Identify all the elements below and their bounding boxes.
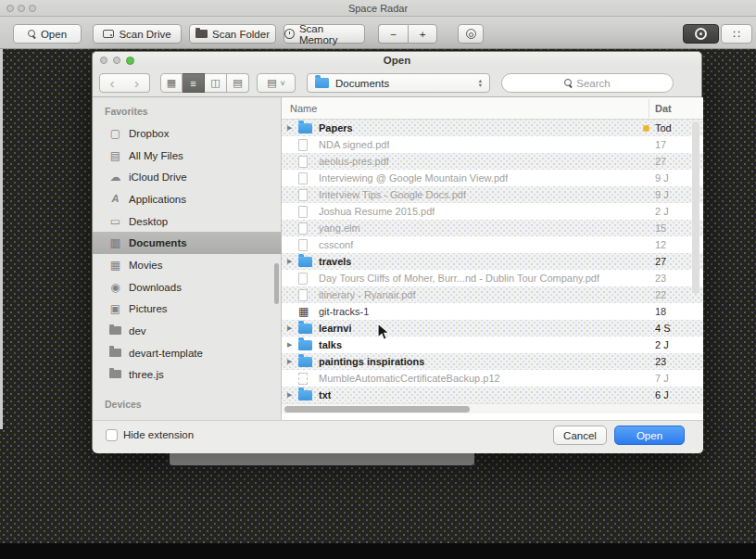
sidebar-item-applications[interactable]: A Applications	[93, 188, 282, 210]
sidebar-item-label: Movies	[129, 260, 162, 271]
scan-folder-button[interactable]: Scan Folder	[189, 24, 276, 44]
column-header-date[interactable]: Dat	[655, 103, 672, 114]
locate-button[interactable]	[458, 24, 484, 44]
sidebar-scrollbar[interactable]	[274, 263, 279, 304]
forward-button[interactable]: ›	[124, 73, 150, 93]
list-view-icon: ≡	[190, 78, 195, 89]
file-date: 2 J	[655, 206, 688, 217]
expand-icon: ∷	[733, 29, 740, 40]
disclosure-triangle-icon[interactable]: ▶	[287, 391, 298, 399]
cancel-button[interactable]: Cancel	[553, 426, 607, 445]
vertical-scrollbar-thumb[interactable]	[692, 121, 699, 294]
arrange-icon: ▤	[267, 77, 276, 89]
file-icon	[298, 206, 319, 218]
horizontal-scrollbar-thumb[interactable]	[284, 406, 470, 413]
sidebar-item-documents[interactable]: ▥ Documents	[93, 232, 282, 254]
sidebar-item-label: Desktop	[129, 216, 168, 227]
folder-icon	[108, 348, 122, 359]
coverflow-view-button[interactable]: ▤	[227, 73, 249, 93]
file-date: 15	[655, 222, 688, 234]
sidebar-item-label: Pictures	[129, 303, 168, 314]
expand-view-button[interactable]: ∷	[721, 24, 752, 44]
location-popup[interactable]: Documents ▴▾	[307, 73, 490, 93]
sidebar-item-icloud-drive[interactable]: ☁ iCloud Drive	[93, 166, 282, 188]
disclosure-triangle-icon[interactable]: ▶	[287, 124, 298, 132]
applications-icon: A	[108, 194, 122, 204]
sidebar: Favorites ▢ Dropbox ▤ All My Files ☁ iCl…	[93, 97, 282, 420]
file-row-git-tracks-1[interactable]: ▶ ▦ git-tracks-1 18	[282, 303, 703, 320]
target-icon	[466, 29, 476, 39]
sunburst-view-button[interactable]	[683, 24, 719, 44]
folder-icon	[298, 340, 319, 350]
coverflow-view-icon: ▤	[233, 77, 242, 89]
arrange-menu-button[interactable]: ▤ ˅	[257, 73, 296, 93]
documents-icon: ▥	[108, 237, 122, 248]
disclosure-triangle-icon[interactable]: ▶	[287, 341, 298, 349]
icon-view-button[interactable]: ▦	[160, 73, 183, 93]
sidebar-item-pictures[interactable]: ▣ Pictures	[93, 299, 282, 321]
sidebar-item-label: iCloud Drive	[129, 172, 187, 183]
hide-extension-checkbox[interactable]	[106, 429, 118, 441]
file-row-yang-elm[interactable]: ▶ yang.elm 15	[282, 220, 703, 236]
file-row-travels[interactable]: ▶ travels 27	[282, 253, 703, 270]
file-row-interview-tips-google-docs-pdf[interactable]: ▶ Interview Tips - Google Docs.pdf 9 J	[282, 186, 703, 203]
sidebar-item-downloads[interactable]: ◉ Downloads	[93, 276, 282, 299]
file-date: 12	[655, 239, 688, 250]
file-row-paintings-inspirations[interactable]: ▶ paintings inspirations 23	[282, 353, 703, 370]
open-button[interactable]: Open	[13, 24, 82, 44]
file-date: 22	[655, 289, 688, 300]
file-name: git-tracks-1	[319, 306, 369, 317]
file-row-day-tours-cliffs-of-moher-burr-nd-dublin[interactable]: ▶ Day Tours Cliffs of Moher, Burr...nd -…	[282, 270, 703, 286]
back-button[interactable]: ‹	[99, 73, 125, 93]
sidebar-item-all-my-files[interactable]: ▤ All My Files	[93, 145, 282, 167]
file-row-talks[interactable]: ▶ talks 2 J	[282, 337, 703, 353]
scan-memory-button[interactable]: Scan Memory	[284, 24, 365, 44]
folder-icon	[298, 123, 319, 133]
list-view-button[interactable]: ≡	[183, 73, 205, 93]
sidebar-item-devart-template[interactable]: devart-template	[93, 342, 282, 364]
search-input[interactable]: Search	[501, 73, 674, 93]
file-row-aeolus-pres-pdf[interactable]: ▶ aeolus-pres.pdf 27	[282, 153, 703, 170]
scan-drive-button[interactable]: Scan Drive	[93, 24, 182, 44]
sidebar-item-label: three.js	[129, 369, 164, 380]
file-row-interviewing-google-mountain-view-pdf[interactable]: ▶ Interviewing @ Google Mountain View.pd…	[282, 170, 703, 186]
column-header-name[interactable]: Name	[290, 103, 317, 114]
sidebar-item-desktop[interactable]: ▭ Desktop	[93, 210, 282, 233]
dialog-open-button[interactable]: Open	[614, 426, 685, 445]
zoom-out-button[interactable]: −	[378, 24, 408, 44]
file-date: Tod	[655, 122, 688, 133]
disclosure-triangle-icon[interactable]: ▶	[287, 258, 298, 265]
file-rows: ▶ Papers Tod ▶ NDA signed.pdf 17 ▶ aeolu…	[282, 120, 703, 403]
file-row-joshua-resume-2015-pdf[interactable]: ▶ Joshua Resume 2015.pdf 2 J	[282, 203, 703, 220]
column-view-button[interactable]: ◫	[205, 73, 227, 93]
horizontal-scrollbar-track[interactable]	[282, 403, 703, 413]
file-icon	[298, 189, 319, 201]
folder-icon	[298, 257, 319, 267]
column-separator	[649, 99, 649, 118]
file-row-txt[interactable]: ▶ txt 6 J	[282, 387, 703, 403]
file-date: 23	[655, 356, 688, 367]
folder-icon	[298, 390, 319, 400]
sidebar-item-dropbox[interactable]: ▢ Dropbox	[93, 122, 282, 145]
file-row-papers[interactable]: ▶ Papers Tod	[282, 120, 703, 136]
file-row-learnvi[interactable]: ▶ learnvi 4 S	[282, 320, 703, 337]
file-row-mumbleautomaticcertificatebackup-p12[interactable]: ▶ MumbleAutomaticCertificateBackup.p12 7…	[282, 370, 703, 387]
sidebar-item-movies[interactable]: ▦ Movies	[93, 254, 282, 276]
file-row-itinerary-ryanair-pdf[interactable]: ▶ itinerary - Ryanair.pdf 22	[282, 286, 703, 303]
location-popup-value: Documents	[335, 78, 389, 89]
dialog-open-button-label: Open	[636, 430, 662, 441]
sidebar-item-label: Documents	[129, 237, 187, 248]
screen-bottom-bar	[0, 543, 756, 559]
file-name: Interview Tips - Google Docs.pdf	[319, 189, 466, 200]
file-name: MumbleAutomaticCertificateBackup.p12	[319, 373, 500, 384]
file-name: yang.elm	[319, 222, 360, 234]
dialog-footer: Hide extension Cancel Open	[93, 420, 703, 453]
disclosure-triangle-icon[interactable]: ▶	[287, 358, 298, 365]
sidebar-item-dev[interactable]: dev	[93, 320, 282, 342]
file-list: Name Dat ▶ Papers Tod ▶ NDA signed.pdf 1…	[282, 97, 703, 420]
sidebar-item-three-js[interactable]: three.js	[93, 364, 282, 387]
zoom-in-button[interactable]: +	[408, 24, 437, 44]
disclosure-triangle-icon[interactable]: ▶	[287, 324, 298, 332]
file-row-nda-signed-pdf[interactable]: ▶ NDA signed.pdf 17	[282, 136, 703, 153]
file-row-cssconf[interactable]: ▶ cssconf 12	[282, 236, 703, 253]
